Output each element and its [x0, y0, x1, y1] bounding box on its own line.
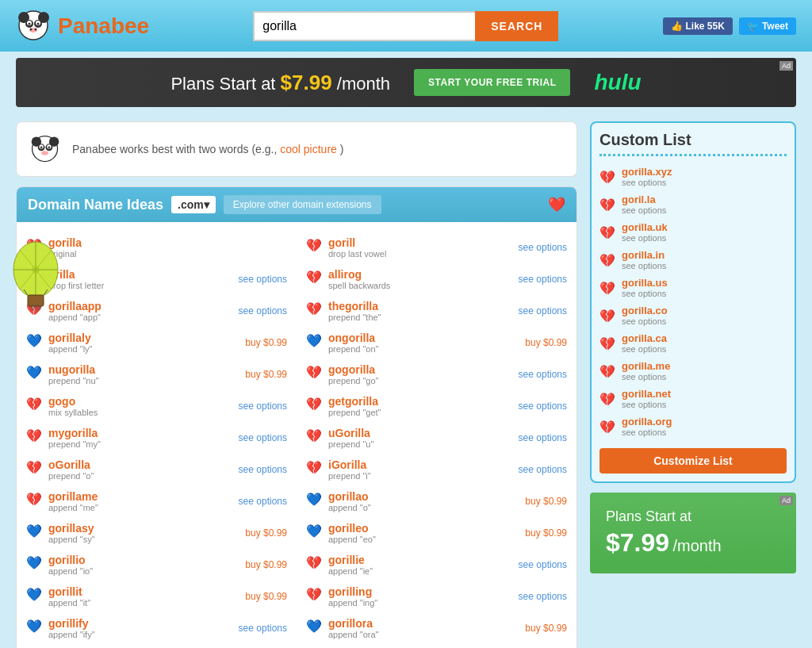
- domain-name[interactable]: gogorilla: [328, 363, 512, 376]
- domain-action[interactable]: see options: [239, 432, 287, 443]
- domain-name[interactable]: mygorilla: [48, 427, 232, 439]
- search-area: SEARCH: [253, 11, 558, 41]
- broken-heart-icon: 💔: [306, 555, 322, 570]
- custom-see-options[interactable]: see options: [622, 205, 666, 215]
- custom-domain[interactable]: gorilla.in: [622, 249, 666, 261]
- custom-domain[interactable]: gorilla.org: [622, 416, 672, 428]
- custom-domain[interactable]: gorilla.me: [622, 360, 670, 372]
- domain-info: gogorilla prepend "go": [328, 363, 512, 385]
- domain-action[interactable]: buy $0.99: [525, 623, 567, 634]
- favorite-icon: ❤️: [548, 196, 565, 213]
- domain-info: uGorilla prepend "u": [328, 427, 512, 449]
- domain-action[interactable]: buy $0.99: [525, 527, 567, 539]
- heart-icon: 💙: [26, 619, 42, 634]
- custom-see-options[interactable]: see options: [622, 289, 668, 298]
- domain-action[interactable]: buy $0.99: [245, 559, 287, 570]
- trial-button[interactable]: START YOUR FREE TRIAL: [414, 69, 570, 96]
- domain-desc: drop first letter: [48, 281, 232, 290]
- domain-name[interactable]: gorillio: [48, 554, 239, 566]
- domain-name[interactable]: thegorilla: [328, 300, 512, 312]
- domain-action[interactable]: buy $0.99: [245, 369, 287, 380]
- domain-action[interactable]: buy $0.99: [245, 337, 287, 348]
- broken-heart-icon: 💔: [306, 365, 322, 380]
- domain-action[interactable]: see options: [239, 464, 287, 475]
- list-item: 💔 mygorilla prepend "my" see options: [17, 422, 297, 454]
- domain-name[interactable]: iGorilla: [328, 458, 512, 471]
- custom-domain[interactable]: gorilla.co: [622, 305, 668, 316]
- explore-extensions-button[interactable]: Explore other domain extensions: [224, 195, 381, 214]
- custom-see-options[interactable]: see options: [622, 261, 666, 270]
- domain-name[interactable]: uGorilla: [328, 427, 512, 439]
- domain-action[interactable]: buy $0.99: [245, 527, 287, 539]
- custom-see-options[interactable]: see options: [622, 344, 667, 354]
- facebook-like-button[interactable]: 👍 Like 55K: [663, 17, 733, 35]
- domain-action[interactable]: see options: [519, 464, 567, 475]
- domain-name[interactable]: gorillora: [328, 617, 519, 630]
- domain-name[interactable]: ongorilla: [328, 332, 519, 344]
- domain-name[interactable]: gorillie: [328, 554, 512, 566]
- domain-name[interactable]: gorilleo: [328, 522, 519, 535]
- domain-name[interactable]: gorillaly: [48, 332, 239, 344]
- domain-action[interactable]: see options: [519, 591, 567, 602]
- custom-domain[interactable]: gorilla.net: [622, 388, 671, 400]
- custom-domain[interactable]: goril.la: [622, 194, 666, 205]
- domain-action[interactable]: see options: [519, 432, 567, 443]
- heart-icon: 💙: [306, 619, 322, 634]
- domain-action[interactable]: buy $0.99: [525, 337, 567, 348]
- custom-domain[interactable]: gorilla.uk: [622, 221, 668, 233]
- search-button[interactable]: SEARCH: [475, 11, 558, 41]
- custom-domain[interactable]: gorilla.xyz: [622, 166, 672, 178]
- search-input[interactable]: [253, 11, 475, 41]
- domain-name[interactable]: gorillify: [48, 617, 232, 630]
- list-item: 💙 gorillao append "o" buy $0.99: [297, 485, 576, 517]
- domain-name[interactable]: nugorilla: [48, 363, 239, 376]
- logo-area: Panabee: [16, 8, 149, 44]
- domain-name[interactable]: getgorilla: [328, 395, 512, 408]
- domain-action[interactable]: see options: [239, 274, 287, 285]
- custom-see-options[interactable]: see options: [622, 178, 672, 187]
- domain-action[interactable]: see options: [519, 369, 567, 380]
- domain-info: orilla drop first letter: [48, 268, 232, 290]
- domain-action[interactable]: see options: [519, 274, 567, 285]
- domain-name[interactable]: gorillasy: [48, 522, 239, 535]
- tip-link[interactable]: cool picture: [280, 143, 337, 155]
- domain-name[interactable]: allirog: [328, 268, 512, 281]
- custom-domain[interactable]: gorilla.ca: [622, 332, 667, 344]
- domain-name[interactable]: gorilla: [48, 236, 287, 249]
- domain-name[interactable]: oGorilla: [48, 458, 232, 471]
- custom-see-options[interactable]: see options: [622, 400, 671, 409]
- custom-see-options[interactable]: see options: [622, 372, 670, 382]
- domain-desc: append "me": [48, 503, 232, 512]
- domain-action[interactable]: see options: [239, 305, 287, 316]
- domain-name[interactable]: gorillaapp: [48, 300, 232, 312]
- svg-point-20: [48, 146, 51, 148]
- broken-heart-icon: 💔: [599, 336, 615, 351]
- domain-name[interactable]: gogo: [48, 395, 232, 408]
- domain-action[interactable]: see options: [519, 401, 567, 412]
- broken-heart-icon: 💔: [599, 281, 615, 296]
- domain-action[interactable]: buy $0.99: [525, 496, 567, 507]
- domain-name[interactable]: gorill: [328, 236, 512, 249]
- custom-see-options[interactable]: see options: [622, 316, 668, 326]
- custom-domain[interactable]: gorilla.us: [622, 277, 668, 289]
- domain-action[interactable]: see options: [239, 401, 287, 412]
- domain-name[interactable]: gorillao: [328, 490, 519, 503]
- list-item: 💙 nugorilla prepend "nu" buy $0.99: [17, 359, 297, 390]
- domain-name[interactable]: gorilling: [328, 585, 512, 598]
- domain-name[interactable]: gorillame: [48, 490, 232, 503]
- domain-desc: mix syllables: [48, 408, 232, 417]
- list-item: 💔 gorillie append "ie" see options: [297, 549, 576, 581]
- domain-name[interactable]: gorillit: [48, 585, 239, 598]
- domain-action[interactable]: see options: [519, 242, 567, 253]
- domain-action[interactable]: see options: [519, 305, 567, 316]
- domain-action[interactable]: see options: [239, 623, 287, 634]
- twitter-tweet-button[interactable]: 🐦 Tweet: [739, 17, 796, 35]
- domain-extension[interactable]: .com▾: [171, 196, 216, 213]
- domain-name[interactable]: orilla: [48, 268, 232, 281]
- domain-action[interactable]: buy $0.99: [245, 591, 287, 602]
- domain-action[interactable]: see options: [239, 496, 287, 507]
- customize-list-button[interactable]: Customize List: [599, 448, 787, 474]
- custom-see-options[interactable]: see options: [622, 428, 672, 437]
- custom-see-options[interactable]: see options: [622, 233, 668, 243]
- domain-action[interactable]: see options: [519, 559, 567, 570]
